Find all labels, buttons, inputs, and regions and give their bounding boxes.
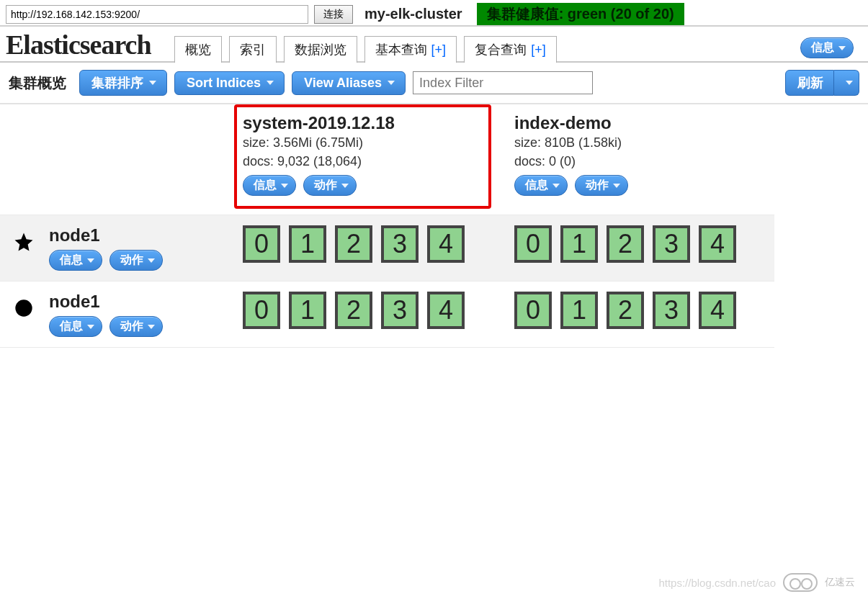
url-input[interactable] — [6, 5, 308, 24]
node-name: node1 — [49, 292, 163, 312]
section-title: 集群概览 — [9, 73, 66, 93]
shard[interactable]: 4 — [427, 292, 465, 329]
sort-indices-button[interactable]: Sort Indices — [174, 71, 285, 95]
shard[interactable]: 3 — [653, 292, 690, 329]
node-action-button[interactable]: 动作 — [109, 250, 163, 271]
circle-icon — [12, 296, 36, 320]
app-logo: Elasticsearch — [6, 31, 151, 61]
plus-icon[interactable]: [+] — [531, 42, 546, 57]
index-info-button[interactable]: 信息 — [514, 175, 568, 196]
shard[interactable]: 1 — [289, 225, 326, 263]
shard[interactable]: 1 — [289, 292, 326, 329]
chevron-down-icon — [846, 81, 853, 85]
chevron-down-icon — [613, 184, 620, 188]
node-info-button[interactable]: 信息 — [49, 250, 102, 271]
chevron-down-icon — [552, 184, 560, 188]
shard[interactable]: 2 — [335, 225, 372, 263]
index-name: system-2019.12.18 — [243, 113, 483, 133]
index-name: index-demo — [514, 113, 763, 133]
cluster-name: my-elk-cluster — [364, 6, 462, 22]
info-menu-button[interactable]: 信息 — [800, 37, 854, 58]
index-size: size: 3.56Mi (6.75Mi) — [243, 133, 483, 152]
shard[interactable]: 2 — [607, 225, 644, 263]
shard[interactable]: 1 — [560, 292, 598, 329]
index-info-button[interactable]: 信息 — [243, 175, 296, 196]
sort-cluster-button[interactable]: 集群排序 — [79, 70, 167, 96]
shard[interactable]: 0 — [243, 292, 280, 329]
plus-icon[interactable]: [+] — [431, 42, 447, 57]
chevron-down-icon — [148, 258, 155, 263]
tab-索引[interactable]: 索引 — [229, 36, 277, 63]
chevron-down-icon — [341, 184, 349, 188]
star-icon — [12, 230, 36, 254]
node-name: node1 — [49, 225, 163, 246]
chevron-down-icon — [87, 325, 94, 329]
chevron-down-icon — [838, 46, 846, 50]
node-info-button[interactable]: 信息 — [49, 316, 102, 337]
shard[interactable]: 4 — [699, 225, 736, 263]
chevron-down-icon — [87, 258, 94, 263]
refresh-options-button[interactable] — [834, 70, 859, 96]
tab-基本查询[interactable]: 基本查询[+] — [364, 36, 457, 63]
chevron-down-icon — [148, 325, 155, 329]
tab-复合查询[interactable]: 复合查询[+] — [464, 36, 557, 63]
index-docs: docs: 9,032 (18,064) — [243, 152, 483, 171]
shard[interactable]: 4 — [427, 225, 465, 263]
chevron-down-icon — [388, 81, 395, 85]
shard[interactable]: 3 — [381, 225, 419, 263]
shard[interactable]: 1 — [560, 225, 598, 263]
node-action-button[interactable]: 动作 — [109, 316, 163, 337]
index-action-button[interactable]: 动作 — [303, 175, 357, 196]
chevron-down-icon — [267, 81, 274, 85]
index-filter-input[interactable] — [413, 71, 593, 94]
cluster-health-badge: 集群健康值: green (20 of 20) — [477, 3, 684, 25]
shard[interactable]: 3 — [653, 225, 690, 263]
view-aliases-button[interactable]: View Aliases — [292, 71, 406, 95]
shard[interactable]: 2 — [335, 292, 372, 329]
shard[interactable]: 0 — [243, 225, 280, 263]
chevron-down-icon — [149, 81, 156, 85]
index-docs: docs: 0 (0) — [514, 152, 763, 171]
tab-数据浏览[interactable]: 数据浏览 — [284, 36, 357, 63]
shard[interactable]: 4 — [699, 292, 736, 329]
refresh-button[interactable]: 刷新 — [785, 70, 834, 96]
svg-point-0 — [15, 300, 32, 317]
shard[interactable]: 0 — [514, 292, 552, 329]
shard[interactable]: 0 — [514, 225, 552, 263]
connect-button[interactable]: 连接 — [314, 5, 353, 24]
info-button-label: 信息 — [811, 40, 834, 55]
index-action-button[interactable]: 动作 — [575, 175, 628, 196]
chevron-down-icon — [281, 184, 288, 188]
shard[interactable]: 2 — [607, 292, 644, 329]
index-size: size: 810B (1.58ki) — [514, 133, 763, 152]
shard[interactable]: 3 — [381, 292, 419, 329]
tab-概览[interactable]: 概览 — [174, 36, 222, 63]
